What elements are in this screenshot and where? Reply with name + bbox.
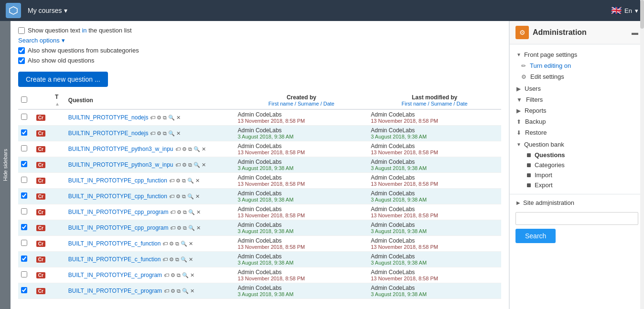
delete-icon[interactable]: ✕	[189, 241, 193, 247]
delete-icon[interactable]: ✕	[195, 193, 200, 200]
question-name-link[interactable]: BUILT_IN_PROTOTYPE_c_program	[68, 272, 162, 278]
delete-icon[interactable]: ✕	[196, 209, 201, 215]
row-checkbox[interactable]	[21, 192, 27, 199]
tag-icon[interactable]: 🏷	[175, 146, 181, 152]
col-header-t[interactable]: T ▲	[52, 92, 65, 109]
question-name-link[interactable]: BUILT_IN_PROTOTYPE_c_program	[68, 288, 162, 294]
copy-icon[interactable]: ⧉	[188, 146, 192, 152]
gear-icon[interactable]: ⚙	[176, 178, 181, 184]
categories-subitem[interactable]: Categories	[510, 160, 644, 170]
preview-icon[interactable]: 🔍	[182, 272, 189, 278]
show-subcategories-checkbox[interactable]	[18, 47, 25, 54]
gear-icon[interactable]: ⚙	[169, 241, 174, 247]
row-checkbox[interactable]	[21, 177, 27, 183]
gear-icon[interactable]: ⚙	[157, 130, 161, 137]
gear-icon[interactable]: ⚙	[182, 146, 187, 152]
question-name-link[interactable]: BUILT_IN_PROTOTYPE_cpp_program	[68, 209, 169, 215]
copy-icon[interactable]: ⧉	[182, 193, 186, 200]
delete-icon[interactable]: ✕	[190, 288, 194, 294]
admin-search-input[interactable]	[515, 212, 638, 225]
row-checkbox[interactable]	[21, 114, 27, 120]
tag-icon[interactable]: 🏷	[164, 272, 169, 278]
tag-icon[interactable]: 🏷	[162, 241, 168, 246]
row-checkbox[interactable]	[21, 287, 27, 293]
turn-editing-on-item[interactable]: ✏ Turn editing on	[510, 60, 644, 71]
delete-icon[interactable]: ✕	[202, 162, 206, 168]
export-subitem[interactable]: Export	[510, 180, 644, 190]
tag-icon[interactable]: 🏷	[150, 130, 155, 136]
backup-item[interactable]: ⬆ Backup	[510, 116, 644, 127]
filters-item[interactable]: ▼ Filters	[510, 94, 644, 105]
copy-icon[interactable]: ⧉	[183, 225, 187, 231]
preview-icon[interactable]: 🔍	[168, 115, 175, 121]
preview-icon[interactable]: 🔍	[188, 209, 195, 215]
gear-icon[interactable]: ⚙	[176, 193, 181, 200]
question-name-link[interactable]: BUILTIN_PROTOTYPE_python3_w_inpu	[68, 161, 173, 168]
gear-icon[interactable]: ⚙	[177, 225, 182, 231]
users-item[interactable]: ▶ Users	[510, 83, 644, 94]
show-question-text-checkbox[interactable]	[18, 27, 25, 34]
search-button[interactable]: Search	[515, 229, 556, 243]
create-question-button[interactable]: Create a new question ...	[18, 72, 108, 87]
copy-icon[interactable]: ⧉	[182, 178, 186, 184]
row-checkbox[interactable]	[21, 271, 27, 277]
preview-icon[interactable]: 🔍	[168, 130, 175, 137]
restore-item[interactable]: ⬇ Restore	[510, 127, 644, 138]
question-name-link[interactable]: BUILT_IN_PROTOTYPE_cpp_program	[68, 224, 169, 231]
logo-icon[interactable]	[6, 3, 21, 18]
copy-icon[interactable]: ⧉	[177, 288, 181, 294]
col-header-modified-sub[interactable]: First name / Surname / Date	[371, 101, 498, 107]
gear-icon[interactable]: ⚙	[169, 256, 174, 263]
question-bank-header[interactable]: ▼ Question bank	[510, 139, 644, 150]
copy-icon[interactable]: ⧉	[188, 162, 192, 168]
front-page-section-header[interactable]: ▼ Front page settings	[510, 49, 644, 60]
in-link[interactable]: in	[82, 27, 86, 34]
gear-icon[interactable]: ⚙	[177, 209, 182, 215]
questions-subitem[interactable]: Questions	[510, 150, 644, 160]
row-checkbox[interactable]	[21, 224, 27, 230]
question-name-link[interactable]: BUILT_IN_PROTOTYPE_cpp_function	[68, 177, 167, 184]
tag-icon[interactable]: 🏷	[169, 193, 174, 199]
question-name-link[interactable]: BUILTIN_PROTOTYPE_nodejs	[68, 114, 149, 121]
row-checkbox[interactable]	[21, 208, 27, 214]
copy-icon[interactable]: ⧉	[183, 209, 187, 215]
delete-icon[interactable]: ✕	[189, 256, 193, 263]
preview-icon[interactable]: 🔍	[193, 146, 200, 152]
edit-settings-item[interactable]: ⚙ Edit settings	[510, 71, 644, 82]
col-header-question[interactable]: Question	[65, 92, 235, 109]
delete-icon[interactable]: ✕	[190, 272, 194, 278]
tag-icon[interactable]: 🏷	[150, 115, 155, 120]
tag-icon[interactable]: 🏷	[162, 256, 168, 262]
copy-icon[interactable]: ⧉	[175, 256, 179, 263]
lang-arrow-icon[interactable]: ▾	[635, 7, 638, 14]
tag-icon[interactable]: 🏷	[170, 225, 175, 231]
row-checkbox[interactable]	[21, 256, 27, 262]
preview-icon[interactable]: 🔍	[188, 225, 195, 231]
preview-icon[interactable]: 🔍	[182, 288, 189, 294]
import-subitem[interactable]: Import	[510, 170, 644, 180]
admin-collapse-button[interactable]: ▬	[632, 29, 638, 36]
copy-icon[interactable]: ⧉	[177, 272, 181, 278]
delete-icon[interactable]: ✕	[176, 115, 181, 121]
preview-icon[interactable]: 🔍	[193, 162, 200, 168]
delete-icon[interactable]: ✕	[196, 225, 201, 231]
site-admin-item[interactable]: ▶ Site administration	[510, 197, 644, 208]
question-name-link[interactable]: BUILT_IN_PROTOTYPE_cpp_function	[68, 193, 167, 200]
question-name-link[interactable]: BUILT_IN_PROTOTYPE_c_function	[68, 240, 161, 247]
delete-icon[interactable]: ✕	[195, 178, 200, 184]
col-header-created-sub[interactable]: First name / Surname / Date	[238, 101, 365, 107]
copy-icon[interactable]: ⧉	[163, 115, 167, 121]
delete-icon[interactable]: ✕	[202, 146, 206, 152]
preview-icon[interactable]: 🔍	[187, 193, 194, 200]
row-checkbox[interactable]	[21, 129, 27, 136]
preview-icon[interactable]: 🔍	[181, 241, 187, 247]
my-courses-menu[interactable]: My courses ▾	[28, 7, 67, 14]
search-options-toggle[interactable]: Search options ▾	[18, 37, 501, 44]
copy-icon[interactable]: ⧉	[175, 241, 179, 247]
select-all-checkbox[interactable]	[21, 96, 27, 103]
question-name-link[interactable]: BUILTIN_PROTOTYPE_python3_w_inpu	[68, 146, 173, 152]
hide-sidebars-tab[interactable]: Hide sidebars	[0, 21, 11, 309]
delete-icon[interactable]: ✕	[176, 130, 181, 137]
copy-icon[interactable]: ⧉	[163, 130, 167, 137]
tag-icon[interactable]: 🏷	[170, 209, 175, 215]
